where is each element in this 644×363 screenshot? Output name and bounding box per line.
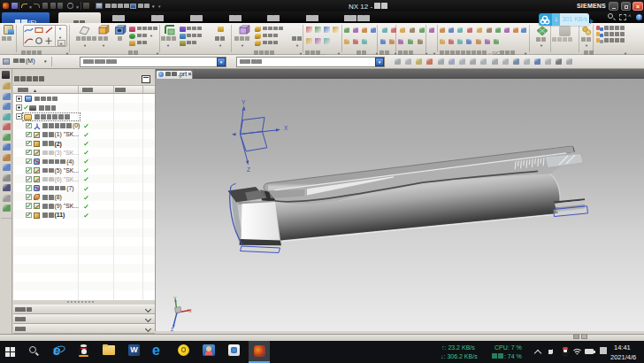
svg-text:Z: Z — [171, 327, 173, 331]
svg-text:Y: Y — [242, 99, 246, 105]
svg-text:X: X — [284, 125, 288, 131]
svg-text:Z: Z — [247, 166, 250, 173]
